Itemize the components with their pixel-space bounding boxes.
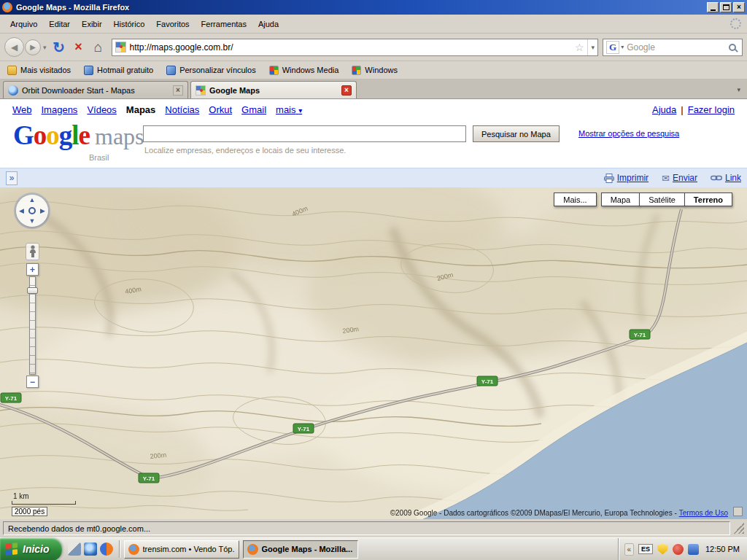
bookmark-personalizar[interactable]: Personalizar vínculos — [166, 66, 256, 75]
tab-close-icon[interactable]: × — [173, 85, 183, 96]
tray-chevron-icon[interactable]: « — [624, 543, 634, 556]
history-dropdown-icon[interactable]: ▾ — [42, 44, 48, 51]
reload-button[interactable]: ↻ — [50, 39, 68, 56]
map-search-button[interactable]: Pesquisar no Mapa — [473, 125, 560, 142]
pegman-icon[interactable] — [26, 243, 39, 260]
window-titlebar[interactable]: Google Maps - Mozilla Firefox × — [0, 0, 747, 15]
permalink-link[interactable]: Link — [711, 173, 741, 183]
zoom-slider[interactable] — [29, 276, 36, 375]
zoom-in-button[interactable]: + — [26, 263, 39, 276]
map-type-map-button[interactable]: Mapa — [601, 192, 640, 206]
start-button[interactable]: Inicio — [0, 538, 62, 560]
status-bar: Recebendo dados de mt0.google.com... — [0, 519, 747, 537]
engine-dropdown-icon: ▾ — [621, 44, 624, 50]
link-gmail[interactable]: Gmail — [241, 104, 266, 115]
bookmark-windows-media[interactable]: Windows Media — [269, 66, 339, 75]
url-text[interactable]: http://maps.google.com.br/ — [130, 42, 571, 52]
tab-orbit-downloader[interactable]: Orbit Downloader Start - Mapas × — [3, 81, 188, 98]
desktop: Google Maps - Mozilla Firefox × Arquivo … — [0, 0, 747, 560]
envelope-icon: ✉ — [662, 173, 670, 184]
maximize-button[interactable] — [720, 2, 732, 12]
map-canvas[interactable]: 400m 200m 400m 200m 200m Y-71 Y-71 Y-71 … — [0, 187, 747, 519]
minimize-button[interactable] — [707, 2, 719, 12]
taskbar-clock[interactable]: 12:50 PM — [703, 545, 740, 553]
language-indicator[interactable]: ES — [638, 544, 653, 554]
close-button[interactable]: × — [733, 2, 745, 12]
pan-down-icon[interactable]: ▼ — [29, 218, 36, 225]
map-type-buttons: Mais... Mapa Satélite Terreno — [554, 192, 732, 206]
sidebar-expander-button[interactable]: » — [6, 171, 18, 185]
menu-historico[interactable]: Histórico — [108, 18, 151, 31]
terms-link[interactable]: Termos de Uso — [679, 509, 728, 517]
google-maps-favicon — [115, 42, 126, 52]
zoom-knob[interactable] — [27, 287, 38, 294]
link-noticias[interactable]: Notícias — [165, 104, 199, 115]
pan-up-icon[interactable]: ▲ — [29, 197, 36, 203]
map-type-satellite-button[interactable]: Satélite — [639, 192, 685, 206]
menu-editar[interactable]: Editar — [43, 18, 76, 31]
link-videos[interactable]: Vídeos — [87, 104, 116, 115]
media-player-icon[interactable] — [100, 542, 113, 556]
bookmark-mais-visitados[interactable]: Mais visitados — [7, 66, 71, 75]
menu-ferramentas[interactable]: Ferramentas — [196, 18, 252, 31]
forward-button[interactable]: ▶ — [25, 39, 41, 55]
bookmark-hotmail[interactable]: Hotmail gratuito — [84, 66, 153, 75]
tray-app-icon[interactable] — [688, 544, 699, 555]
show-desktop-icon[interactable] — [68, 542, 81, 556]
taskbar: Inicio trensim.com • Vendo Tóp... Google… — [0, 537, 747, 560]
map-corner-button[interactable] — [733, 507, 743, 516]
security-shield-icon[interactable] — [657, 544, 668, 555]
task-button-google-maps[interactable]: Google Maps - Mozilla... — [243, 540, 358, 559]
send-link[interactable]: ✉ Enviar — [662, 173, 697, 184]
svg-text:Y-71: Y-71 — [481, 378, 494, 385]
menu-exibir[interactable]: Exibir — [76, 18, 108, 31]
url-bar[interactable]: http://maps.google.com.br/ ☆ ▾ — [112, 39, 598, 56]
link-orkut[interactable]: Orkut — [209, 104, 232, 115]
link-fazer-login[interactable]: Fazer login — [688, 104, 735, 115]
link-ajuda[interactable]: Ajuda — [652, 104, 676, 115]
pan-left-icon[interactable]: ◀ — [19, 208, 24, 214]
pan-center-button[interactable] — [28, 207, 36, 214]
stop-button[interactable]: × — [70, 39, 88, 55]
web-search-input[interactable]: Google — [627, 42, 726, 52]
menu-favoritos[interactable]: Favoritos — [150, 18, 195, 31]
menu-ajuda[interactable]: Ajuda — [252, 18, 285, 31]
task-button-trensim[interactable]: trensim.com • Vendo Tóp... — [124, 540, 239, 559]
logo-maps-word: maps — [95, 123, 144, 149]
taskbar-divider — [119, 540, 120, 558]
window-controls: × — [707, 2, 745, 12]
map-search-input[interactable] — [143, 125, 466, 142]
home-button[interactable]: ⌂ — [90, 39, 107, 55]
link-mais[interactable]: mais ▾ — [276, 104, 302, 115]
windows-flag-icon — [6, 542, 18, 556]
bookmark-star-icon[interactable]: ☆ — [575, 42, 584, 53]
back-button[interactable]: ◀ — [4, 37, 24, 57]
resize-grip[interactable] — [733, 523, 744, 534]
orbit-favicon — [8, 85, 18, 96]
tab-close-icon[interactable]: × — [341, 85, 352, 96]
print-link[interactable]: Imprimir — [604, 173, 649, 183]
bookmark-windows[interactable]: Windows — [352, 66, 398, 75]
map-pan-control[interactable]: ▲ ▼ ◀ ▶ — [16, 195, 48, 227]
google-services-bar: Web Imagens Vídeos Mapas Notícias Orkut … — [0, 99, 747, 120]
dropdown-icon: ▾ — [298, 106, 302, 114]
scale-imperial-label: 2000 pés — [12, 507, 47, 516]
list-all-tabs-button[interactable]: ▾ — [734, 85, 743, 95]
search-options-link[interactable]: Mostrar opções de pesquisa — [578, 129, 679, 138]
url-dropdown-icon[interactable]: ▾ — [587, 39, 595, 55]
link-imagens[interactable]: Imagens — [42, 104, 78, 115]
magnifier-icon[interactable] — [729, 44, 736, 51]
pan-right-icon[interactable]: ▶ — [40, 208, 45, 214]
antivirus-icon[interactable] — [673, 544, 684, 555]
tab-google-maps[interactable]: Google Maps × — [190, 81, 357, 98]
map-type-terrain-button[interactable]: Terreno — [684, 192, 732, 206]
map-more-button[interactable]: Mais... — [554, 192, 596, 206]
search-hint: Localize empresas, endereços e locais de… — [144, 146, 346, 155]
status-text: Recebendo dados de mt0.google.com... — [3, 521, 730, 535]
link-web[interactable]: Web — [12, 104, 32, 115]
menu-arquivo[interactable]: Arquivo — [4, 18, 43, 31]
zoom-out-button[interactable]: − — [26, 376, 39, 388]
internet-explorer-icon[interactable] — [84, 542, 97, 556]
search-engine-selector[interactable]: G ▾ — [606, 41, 624, 54]
web-search-bar[interactable]: G ▾ Google — [603, 39, 743, 56]
